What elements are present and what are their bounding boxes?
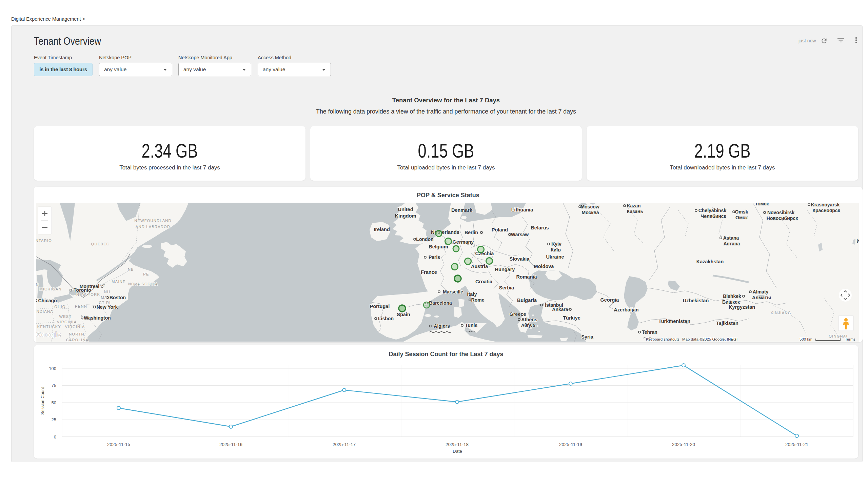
svg-text:500 km: 500 km — [800, 337, 812, 341]
svg-text:QUEBEC: QUEBEC — [91, 242, 110, 246]
svg-text:Astana: Astana — [723, 235, 739, 241]
svg-text:Warsaw: Warsaw — [511, 232, 529, 237]
svg-text:France: France — [421, 269, 437, 275]
svg-text:Italy: Italy — [467, 291, 477, 297]
svg-text:Belgium: Belgium — [429, 244, 448, 249]
svg-text:VT: VT — [100, 284, 106, 288]
svg-text:Barcelona: Barcelona — [429, 300, 452, 306]
svg-text:Austria: Austria — [471, 264, 488, 269]
svg-text:Turkmenistan: Turkmenistan — [658, 319, 690, 324]
svg-text:Croatia: Croatia — [475, 279, 493, 284]
svg-text:Denmark: Denmark — [451, 207, 473, 213]
svg-text:Georgia: Georgia — [600, 297, 619, 303]
svg-text:Poland: Poland — [492, 227, 508, 232]
svg-text:Keyboard shortcuts: Keyboard shortcuts — [646, 337, 679, 341]
svg-text:Челябинск: Челябинск — [701, 214, 726, 219]
svg-text:Germany: Germany — [453, 239, 474, 245]
svg-text:Slovakia: Slovakia — [510, 256, 530, 262]
svg-text:Romania: Romania — [516, 274, 537, 280]
svg-text:KENTUCKY: KENTUCKY — [37, 325, 61, 329]
svg-text:WEST: WEST — [59, 314, 72, 319]
svg-text:2025-11-16: 2025-11-16 — [219, 442, 242, 447]
svg-text:2025-11-15: 2025-11-15 — [107, 442, 130, 447]
svg-text:Kazakhstan: Kazakhstan — [696, 259, 724, 264]
svg-text:Hungary: Hungary — [495, 267, 515, 272]
svg-text:Belarus: Belarus — [531, 225, 549, 230]
svg-text:Tajikistan: Tajikistan — [716, 321, 738, 326]
svg-text:Красноярск: Красноярск — [812, 208, 840, 213]
svg-text:Marseille: Marseille — [443, 289, 463, 294]
svg-text:Ireland: Ireland — [374, 227, 390, 232]
svg-text:Омск: Омск — [735, 215, 748, 220]
svg-text:2025-11-20: 2025-11-20 — [672, 442, 695, 447]
svg-text:Toronto: Toronto — [74, 287, 91, 293]
svg-text:London: London — [416, 237, 433, 242]
svg-text:Αθήνα: Αθήνα — [521, 323, 536, 328]
svg-text:2025-11-18: 2025-11-18 — [446, 442, 469, 447]
svg-text:Київ: Київ — [551, 247, 561, 252]
svg-text:Tehran: Tehran — [642, 329, 657, 335]
svg-text:PENN: PENN — [75, 304, 87, 308]
svg-text:Portugal: Portugal — [370, 304, 390, 309]
svg-text:NOVA SCOTIA: NOVA SCOTIA — [128, 282, 158, 286]
svg-text:NORTH: NORTH — [69, 332, 84, 336]
svg-text:Washington: Washington — [84, 315, 111, 321]
svg-text:Ankara: Ankara — [552, 307, 568, 312]
svg-text:Berlin: Berlin — [465, 230, 478, 235]
svg-text:PE: PE — [143, 272, 149, 276]
svg-text:MAINE: MAINE — [112, 280, 125, 284]
svg-text:OHIO: OHIO — [54, 305, 65, 309]
svg-text:Novosibirsk: Novosibirsk — [767, 210, 794, 215]
svg-text:Kyrgyzstan: Kyrgyzstan — [729, 304, 755, 310]
svg-text:XINJIANG: XINJIANG — [770, 311, 791, 315]
svg-text:Kingdom: Kingdom — [395, 213, 416, 219]
svg-text:2025-11-17: 2025-11-17 — [333, 442, 356, 447]
svg-text:Paris: Paris — [429, 255, 440, 260]
svg-text:2025-11-19: 2025-11-19 — [559, 442, 582, 447]
svg-text:0: 0 — [54, 434, 56, 440]
svg-text:Spain: Spain — [397, 312, 410, 317]
svg-text:Ukraine: Ukraine — [546, 254, 564, 260]
svg-text:Map data ©2025 Google, INEGI: Map data ©2025 Google, INEGI — [682, 337, 737, 341]
svg-text:Bishkek: Bishkek — [723, 293, 741, 299]
svg-text:Kyiv: Kyiv — [551, 241, 561, 247]
svg-text:Chelyabinsk: Chelyabinsk — [698, 208, 727, 213]
svg-text:INDIANA: INDIANA — [36, 309, 53, 313]
svg-text:NB: NB — [128, 267, 134, 271]
svg-text:NH: NH — [104, 290, 111, 294]
svg-text:Астана: Астана — [724, 241, 740, 246]
svg-text:IS: IS — [36, 303, 37, 307]
svg-text:Алматы: Алматы — [752, 295, 771, 300]
svg-text:CAROLINA: CAROLINA — [66, 338, 89, 342]
svg-text:Algiers: Algiers — [434, 323, 450, 329]
svg-text:NEWFOUNDLAND: NEWFOUNDLAND — [134, 219, 172, 223]
svg-text:VIRGINIA: VIRGINIA — [57, 320, 77, 324]
svg-text:Lithuania: Lithuania — [511, 207, 533, 212]
svg-text:50: 50 — [52, 400, 56, 405]
svg-text:New York: New York — [97, 304, 118, 310]
svg-text:Новосибирск: Новосибирск — [767, 216, 798, 221]
svg-text:Krasnoyarsk: Krasnoyarsk — [811, 203, 840, 207]
svg-text:Türkiye: Türkiye — [563, 315, 580, 321]
svg-text:Athens: Athens — [521, 317, 537, 322]
svg-text:75: 75 — [52, 383, 56, 388]
svg-text:Azerbaijan: Azerbaijan — [614, 307, 638, 312]
svg-text:Omsk: Omsk — [735, 209, 748, 215]
svg-text:NEW YORK: NEW YORK — [76, 292, 100, 297]
svg-text:Date: Date — [453, 449, 462, 454]
svg-text:2025-11-21: 2025-11-21 — [785, 442, 808, 447]
svg-text:MICHIGAN: MICHIGAN — [39, 287, 61, 291]
svg-text:Google: Google — [36, 330, 61, 338]
svg-text:100: 100 — [49, 366, 56, 371]
svg-text:Uzbekistan: Uzbekistan — [683, 298, 709, 303]
svg-text:Rome: Rome — [471, 297, 485, 303]
svg-text:Terms: Terms — [845, 337, 856, 341]
svg-text:VIRGINIA: VIRGINIA — [65, 325, 85, 329]
svg-text:AND LABRADOR: AND LABRADOR — [136, 225, 170, 229]
svg-text:Москва: Москва — [581, 210, 599, 215]
svg-text:Session Count: Session Count — [40, 387, 45, 415]
svg-text:Ир: Ир — [856, 238, 859, 244]
svg-text:Syria: Syria — [581, 334, 593, 340]
svg-text:Greece: Greece — [509, 311, 526, 317]
svg-text:CT RI: CT RI — [99, 301, 111, 305]
